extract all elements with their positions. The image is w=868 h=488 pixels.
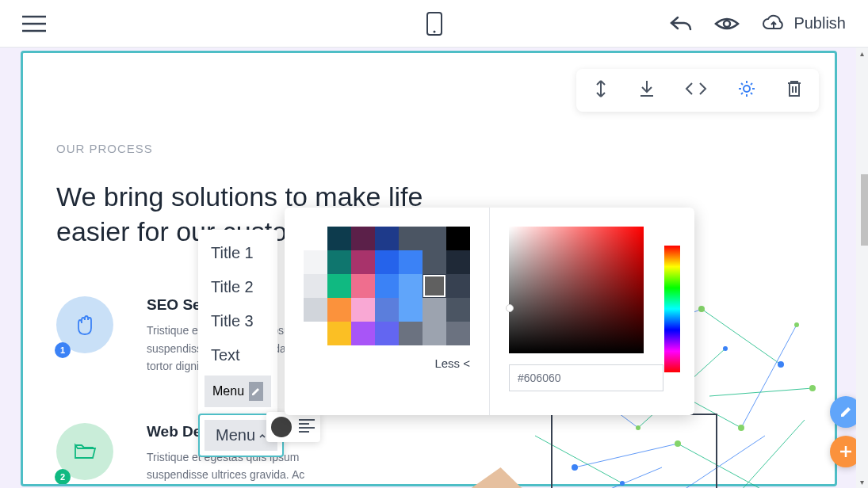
svg-point-30 — [738, 425, 744, 431]
chevron-up-icon — [258, 432, 266, 440]
dropdown-item-title3[interactable]: Title 3 — [198, 304, 277, 338]
color-swatch[interactable] — [446, 322, 470, 345]
svg-point-5 — [724, 21, 730, 27]
color-swatch[interactable] — [375, 227, 399, 250]
publish-button[interactable]: Publish — [762, 14, 846, 33]
settings-gear-icon[interactable] — [736, 78, 757, 102]
svg-line-20 — [733, 420, 805, 488]
vertical-scrollbar[interactable]: ▴ ▾ — [856, 48, 868, 488]
svg-point-6 — [744, 86, 750, 92]
dropdown-item-title1[interactable]: Title 1 — [198, 236, 277, 270]
svg-point-27 — [778, 361, 784, 368]
color-swatch[interactable] — [399, 227, 423, 250]
color-swatch[interactable] — [423, 227, 446, 250]
section-eyebrow[interactable]: OUR PROCESS — [56, 142, 835, 155]
color-swatch-grid — [304, 227, 470, 345]
color-swatch[interactable] — [351, 274, 375, 298]
color-swatch[interactable] — [327, 298, 351, 322]
color-swatch[interactable] — [399, 322, 423, 345]
color-swatch[interactable] — [351, 250, 375, 274]
svg-line-22 — [709, 388, 813, 396]
dropdown-item-title2[interactable]: Title 2 — [198, 270, 277, 304]
color-swatch[interactable] — [423, 250, 446, 274]
svg-line-9 — [702, 309, 781, 364]
color-swatch[interactable] — [327, 274, 351, 298]
color-swatch[interactable] — [446, 227, 470, 250]
color-swatch[interactable] — [304, 274, 327, 298]
color-swatch[interactable] — [399, 274, 423, 298]
scroll-up-arrow-icon[interactable]: ▴ — [856, 48, 868, 59]
preview-eye-icon[interactable] — [714, 14, 740, 33]
pencil-icon — [249, 382, 263, 401]
color-swatch[interactable] — [375, 322, 399, 345]
svg-point-36 — [794, 322, 799, 327]
color-swatch[interactable] — [327, 250, 351, 274]
scrollbar-thumb[interactable] — [861, 174, 868, 246]
color-swatch[interactable] — [446, 274, 470, 298]
feature-number-2: 2 — [55, 469, 71, 485]
svg-line-17 — [741, 325, 797, 428]
mobile-preview-icon[interactable] — [426, 12, 442, 36]
svg-point-4 — [433, 30, 435, 32]
dropdown-item-text[interactable]: Text — [198, 338, 277, 372]
svg-point-38 — [809, 385, 816, 391]
color-swatch[interactable] — [399, 250, 423, 274]
color-swatch[interactable] — [446, 298, 470, 322]
picker-handle[interactable] — [506, 304, 514, 312]
svg-point-26 — [698, 306, 705, 312]
color-swatch[interactable] — [304, 250, 327, 274]
color-swatch[interactable] — [351, 227, 375, 250]
color-swatch[interactable] — [351, 322, 375, 345]
section-toolbar — [576, 69, 819, 112]
text-editbar — [266, 412, 320, 442]
color-swatch[interactable] — [327, 227, 351, 250]
typography-dropdown: Title 1 Title 2 Title 3 Text Menu — [198, 230, 277, 417]
less-toggle-link[interactable]: Less < — [434, 356, 470, 370]
dropdown-item-menu[interactable]: Menu — [205, 376, 271, 407]
color-swatch[interactable] — [304, 322, 327, 345]
color-swatch[interactable] — [423, 274, 446, 298]
hex-input-field[interactable] — [509, 364, 663, 391]
feature-badge-1: 1 — [56, 296, 113, 353]
color-swatch[interactable] — [304, 227, 327, 250]
feature-number-1: 1 — [55, 342, 71, 358]
feature-badge-2: 2 — [56, 423, 113, 480]
color-swatch[interactable] — [423, 322, 446, 345]
image-placeholder-frame[interactable] — [551, 414, 717, 488]
move-vertical-icon[interactable] — [592, 79, 610, 101]
cloud-upload-icon — [762, 14, 786, 33]
hamburger-icon[interactable] — [22, 14, 46, 33]
topbar: Publish — [0, 0, 868, 48]
color-swatch[interactable] — [375, 274, 399, 298]
svg-point-35 — [723, 346, 728, 351]
code-icon[interactable] — [684, 80, 708, 101]
undo-icon[interactable] — [670, 14, 692, 33]
hue-slider[interactable] — [664, 246, 680, 372]
color-swatch-button[interactable] — [271, 417, 292, 437]
delete-trash-icon[interactable] — [786, 79, 803, 101]
download-icon[interactable] — [638, 79, 656, 101]
publish-label: Publish — [793, 14, 846, 32]
align-left-icon[interactable] — [298, 418, 315, 436]
color-swatch[interactable] — [327, 322, 351, 345]
saturation-lightness-picker[interactable] — [509, 227, 644, 353]
color-swatch[interactable] — [351, 298, 375, 322]
color-swatch[interactable] — [304, 298, 327, 322]
color-swatch[interactable] — [423, 298, 446, 322]
color-swatch[interactable] — [375, 298, 399, 322]
scroll-down-arrow-icon[interactable]: ▾ — [856, 476, 868, 488]
color-swatch[interactable] — [399, 298, 423, 322]
color-swatch[interactable] — [375, 250, 399, 274]
color-swatch[interactable] — [446, 250, 470, 274]
color-picker-popover: Less < — [285, 208, 694, 415]
